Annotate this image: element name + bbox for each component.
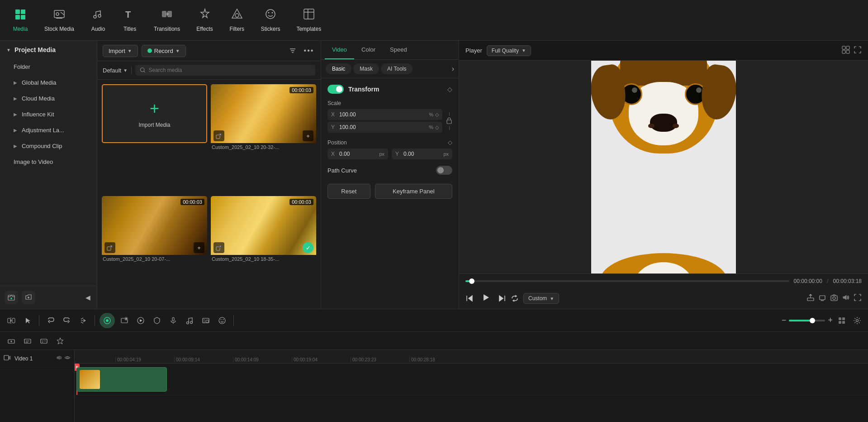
nav-stock-media[interactable]: Stock Media: [36, 5, 82, 36]
tl-playhead-button[interactable]: [100, 313, 115, 328]
reset-button[interactable]: Reset: [327, 184, 370, 199]
sidebar-item-global-media[interactable]: ▶ Global Media: [0, 75, 97, 91]
sidebar-item-cloud-media[interactable]: ▶ Cloud Media: [0, 91, 97, 106]
media-item-clip2[interactable]: 00:00:03 + Custom_2025_02_10 20-07-...: [102, 196, 207, 304]
nav-effects[interactable]: Effects: [188, 5, 221, 36]
position-x-value[interactable]: [339, 151, 377, 157]
tl-split-button[interactable]: [5, 314, 18, 327]
layout-expand-icon[interactable]: [854, 46, 862, 56]
transform-diamond-icon[interactable]: ◇: [447, 86, 452, 93]
subtabs-more-button[interactable]: ›: [452, 65, 454, 73]
tl-redo-button[interactable]: [60, 314, 74, 327]
tab-speed[interactable]: Speed: [383, 41, 414, 59]
tl-zoom-track[interactable]: [789, 320, 825, 321]
scale-x-input[interactable]: X % ◇: [327, 109, 442, 120]
sidebar-project-media[interactable]: ▼ Project Media: [0, 41, 97, 59]
keyframe-panel-button[interactable]: Keyframe Panel: [375, 184, 452, 199]
import-media-placeholder[interactable]: + Import Media: [102, 84, 207, 143]
nav-transitions[interactable]: Transitions: [146, 5, 188, 36]
scale-y-input[interactable]: Y % ◇: [327, 122, 442, 133]
loop-button[interactable]: [511, 294, 519, 302]
sidebar-item-compound-clip[interactable]: ▶ Compound Clip: [0, 138, 97, 154]
clip3-add-to-timeline-button[interactable]: [213, 242, 224, 253]
tl-pip-button[interactable]: [199, 314, 213, 327]
media-item-clip3[interactable]: 00:00:03 ✓ Custom_2025_02_10 18-35-...: [211, 196, 316, 304]
quality-select[interactable]: Full Quality ▼: [487, 45, 531, 56]
tl-grid-button[interactable]: [835, 314, 848, 327]
position-diamond-icon[interactable]: ◇: [448, 139, 452, 146]
tl-emoji-button[interactable]: [215, 314, 229, 327]
more-options-button[interactable]: •••: [303, 44, 315, 57]
layout-grid-icon[interactable]: [842, 46, 850, 56]
effects-icon: [199, 8, 211, 23]
clip1-add-to-timeline-button[interactable]: [213, 130, 224, 141]
volume-button[interactable]: [842, 293, 850, 303]
subtab-ai-tools[interactable]: AI Tools: [381, 63, 413, 74]
transform-toggle[interactable]: [327, 85, 344, 94]
track-volume-icon[interactable]: [56, 355, 62, 362]
sidebar-item-image-to-video[interactable]: Image to Video: [0, 154, 97, 170]
tl-zoom-out-button[interactable]: −: [782, 316, 787, 325]
skip-back-button[interactable]: [465, 294, 474, 302]
nav-stickers[interactable]: Stickers: [253, 5, 289, 36]
tl-add-track-button[interactable]: [5, 334, 18, 348]
add-media-folder-button[interactable]: [5, 291, 18, 304]
lock-icon[interactable]: [446, 117, 452, 125]
tl-mic-button[interactable]: [166, 314, 180, 327]
nav-audio[interactable]: Audio: [82, 5, 114, 36]
tl-settings-button[interactable]: [851, 314, 863, 327]
nav-media[interactable]: Media: [5, 5, 36, 36]
sidebar-collapse-button[interactable]: ◀: [83, 293, 92, 302]
track-eye-icon[interactable]: [64, 355, 71, 362]
sidebar-item-folder[interactable]: Folder: [0, 59, 97, 75]
position-x-input[interactable]: X px: [327, 149, 388, 159]
fullscreen-device-button[interactable]: [818, 293, 826, 303]
tl-music-button[interactable]: [183, 314, 196, 327]
search-input[interactable]: [148, 67, 311, 73]
nav-filters[interactable]: Filters: [221, 5, 253, 36]
tl-undo-button[interactable]: [44, 314, 57, 327]
subtab-mask[interactable]: Mask: [353, 63, 379, 74]
clip2-more-button[interactable]: +: [194, 242, 204, 253]
scale-y-value[interactable]: [339, 124, 427, 130]
tl-play-forward-button[interactable]: [134, 314, 147, 327]
export-button[interactable]: [806, 293, 815, 303]
tl-captions-button[interactable]: [21, 334, 34, 348]
path-curve-toggle[interactable]: [436, 166, 452, 175]
import-button[interactable]: Import ▼: [103, 45, 138, 57]
position-y-value[interactable]: [403, 151, 441, 157]
tab-color[interactable]: Color: [354, 41, 383, 59]
filter-icon-button[interactable]: [286, 44, 299, 57]
tl-select-button[interactable]: [21, 314, 34, 327]
scale-x-diamond-icon[interactable]: ◇: [435, 112, 439, 118]
tl-zoom-in-button[interactable]: +: [828, 316, 833, 325]
time-slider[interactable]: [465, 280, 789, 282]
sidebar-item-influence-kit[interactable]: ▶ Influence Kit: [0, 106, 97, 122]
tl-ai-button[interactable]: [53, 334, 67, 348]
titles-icon: T: [124, 8, 136, 23]
record-button[interactable]: Record ▼: [142, 45, 186, 57]
tab-video[interactable]: Video: [325, 41, 354, 59]
nav-templates[interactable]: Templates: [288, 5, 329, 36]
sidebar-item-adjustment-layer[interactable]: ▶ Adjustment La...: [0, 122, 97, 138]
scale-x-value[interactable]: [339, 111, 427, 118]
scale-y-diamond-icon[interactable]: ◇: [435, 125, 439, 130]
nav-titles[interactable]: T Titles: [114, 5, 146, 36]
tl-add-media-button[interactable]: [118, 314, 131, 327]
clip2-add-to-timeline-button[interactable]: [104, 242, 115, 253]
playback-speed-select[interactable]: Custom ▼: [523, 293, 559, 304]
tl-sticker-track-button[interactable]: [37, 334, 51, 348]
media-item-clip1[interactable]: 00:00:03 + Custom_2025_02_10 20-32-...: [211, 84, 316, 192]
timeline-clip-video1[interactable]: [76, 367, 167, 392]
clip1-more-button[interactable]: +: [303, 130, 313, 141]
fullscreen-button[interactable]: [854, 293, 862, 303]
sort-select[interactable]: Default ▼: [103, 67, 128, 74]
subtab-basic[interactable]: Basic: [326, 63, 351, 74]
tl-more-button[interactable]: [76, 314, 90, 327]
snapshot-button[interactable]: [830, 293, 838, 303]
skip-forward-button[interactable]: [498, 294, 506, 302]
play-button[interactable]: [478, 291, 493, 306]
position-y-input[interactable]: Y px: [392, 149, 452, 159]
new-folder-button[interactable]: [22, 291, 35, 304]
tl-shield-button[interactable]: [150, 314, 164, 327]
